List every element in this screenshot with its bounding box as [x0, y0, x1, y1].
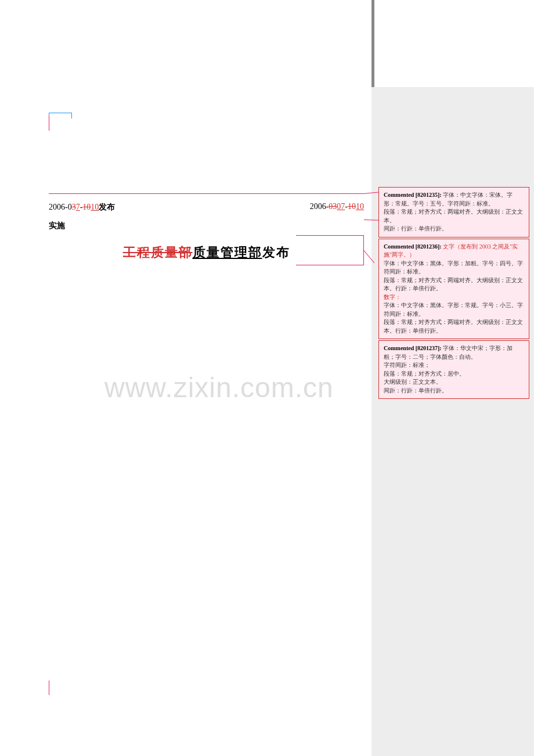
- comment-body: 字体：华文中宋；字形：加粗；字号：二号；字体颜色：自动。 字符间距：标准； 段落…: [384, 345, 513, 394]
- top-bracket-mark: [49, 113, 72, 118]
- title-strikethrough: 工程质量部: [123, 245, 193, 260]
- comment-pane: Commented [8201235]: 字体：中文字体：宋体。字形：常规。字号…: [371, 87, 534, 756]
- issue-date-left: 2006-0 3 7 - 10 10 发布: [49, 202, 115, 213]
- date-insert: 10: [356, 202, 364, 211]
- date-strike: 10: [348, 202, 356, 211]
- date-row: 2006-0 3 7 - 10 10 发布 2006- 03 07 - 10 1…: [49, 202, 364, 213]
- comment-id-label: Commented [8201237]:: [384, 345, 442, 351]
- date-strike: 10: [82, 203, 91, 212]
- publisher-title: 工程质量部质量管理部发布: [49, 244, 364, 261]
- issue-label: 发布: [99, 202, 115, 213]
- comment-item[interactable]: Commented [8201235]: 字体：中文字体：宋体。字形：常规。字号…: [378, 187, 529, 237]
- implement-label: 实施: [49, 221, 65, 231]
- date-insert: 7: [76, 203, 80, 212]
- title-insert: 质量管理部: [193, 245, 262, 260]
- comment-body: 字体：中文字体：黑体。字形：加粗。字号：四号。字符间距：标准。 段落：常规；对齐…: [384, 260, 524, 293]
- issue-date-right: 2006- 03 07 - 10 10: [310, 202, 364, 213]
- date-text: 2006-0: [49, 203, 72, 212]
- date-insert: 07: [337, 202, 345, 211]
- horizontal-rule: [49, 193, 364, 194]
- page-container: 2006-0 3 7 - 10 10 发布 2006- 03 07 - 10 1…: [0, 0, 534, 756]
- comment-id-label: Commented [8201235]:: [384, 192, 442, 198]
- document-area: 2006-0 3 7 - 10 10 发布 2006- 03 07 - 10 1…: [0, 0, 371, 756]
- title-text: 发布: [262, 245, 290, 260]
- date-strike: 3: [72, 203, 76, 212]
- comment-red-text: 数字：: [384, 293, 524, 302]
- page-divider: [371, 0, 374, 87]
- comment-id-label: Commented [8201236]:: [384, 243, 442, 250]
- comment-body: 字体：中文字体：黑体。字形：常规。字号：小三。字符间距：标准。 段落：常规；对齐…: [384, 301, 524, 335]
- margin-mark-bottom: [49, 681, 49, 695]
- margin-mark-top: [49, 116, 49, 131]
- date-text: 2006-: [310, 202, 329, 211]
- watermark: www.zixin.com.cn: [104, 372, 334, 404]
- comment-item[interactable]: Commented [8201236]: 文字（发布到 2003 之间及"实施"…: [378, 239, 529, 340]
- comment-item[interactable]: Commented [8201237]: 字体：华文中宋；字形：加粗；字号：二号…: [378, 340, 529, 399]
- date-insert: 10: [91, 203, 99, 212]
- comment-list: Commented [8201235]: 字体：中文字体：宋体。字形：常规。字号…: [371, 87, 534, 399]
- date-strike: 03: [329, 202, 337, 211]
